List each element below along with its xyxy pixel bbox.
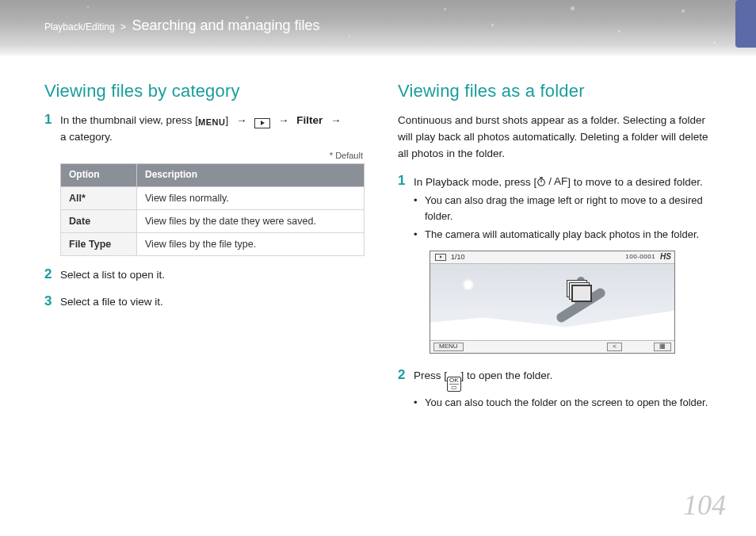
af-label: AF (554, 174, 567, 190)
step-body: In the thumbnail view, press [MENU] → → … (60, 113, 365, 256)
step-body: Select a list to open it. (60, 267, 365, 283)
page-header: Playback/Editing > Searching and managin… (0, 0, 756, 56)
sub-text: The camera will automatically play back … (425, 227, 699, 243)
step-number: 3 (44, 294, 60, 310)
breadcrumb-title: Searching and managing files (132, 17, 319, 33)
decoration-dot (87, 6, 89, 8)
sub-list: •You can also drag the image left or rig… (414, 193, 718, 243)
right-column: Viewing files as a folder Continuous and… (398, 81, 718, 422)
sub-item: •You can also touch the folder on the sc… (414, 395, 718, 411)
option-name: File Type (61, 233, 137, 256)
step-text: ] (225, 114, 231, 126)
screenshot-bottom-bar: MENU < ▦ (430, 340, 674, 353)
sun-graphic (462, 278, 475, 291)
step-text: ] to move to a desired folder. (567, 176, 702, 188)
page-number: 104 (683, 488, 726, 522)
sub-item: •You can also drag the image left or rig… (414, 193, 718, 224)
table-row: All* View files normally. (61, 186, 365, 209)
timer-af-icon: /AF (536, 174, 567, 190)
step-body: In Playback mode, press [ /AF ] to move … (414, 174, 718, 354)
step-1-left: 1 In the thumbnail view, press [MENU] → … (44, 113, 365, 256)
breadcrumb: Playback/Editing > Searching and managin… (44, 17, 756, 34)
section-heading-left: Viewing files by category (44, 81, 365, 101)
grid-soft-button: ▦ (654, 343, 671, 351)
step-text: ] to open the folder. (461, 369, 553, 381)
step-number: 1 (398, 174, 414, 354)
back-soft-button: < (607, 343, 622, 351)
options-table: Option Description All* View files norma… (60, 163, 365, 256)
sub-item: •The camera will automatically play back… (414, 227, 718, 243)
left-column: Viewing files by category 1 In the thumb… (44, 81, 365, 422)
slope-graphic (430, 308, 675, 340)
step-1-right: 1 In Playback mode, press [ /AF ] to mov… (398, 174, 718, 354)
decoration-dot (571, 6, 575, 10)
step-text: In Playback mode, press [ (414, 176, 536, 188)
table-row: Date View files by the date they were sa… (61, 209, 365, 232)
option-name: Date (61, 209, 137, 232)
arrow-icon: → (236, 114, 247, 126)
step-number: 2 (44, 267, 60, 283)
step-2-right: 2 Press [OK▭] to open the folder. •You c… (398, 368, 718, 411)
option-desc: View files normally. (137, 186, 365, 209)
table-header-option: Option (61, 164, 137, 186)
step-number: 1 (44, 113, 60, 256)
hs-badge: HS (660, 251, 671, 263)
arrow-icon: → (278, 114, 289, 126)
intro-paragraph: Continuous and burst shots appear as a f… (398, 113, 718, 163)
default-note: * Default (60, 150, 363, 163)
image-counter: 1/10 (451, 252, 465, 262)
menu-button-icon: MENU (198, 117, 225, 129)
breadcrumb-separator: > (120, 21, 126, 33)
sub-list: •You can also touch the folder on the sc… (414, 395, 718, 411)
camera-screenshot: 1/10 100-0001 HS MENU (430, 251, 675, 354)
decoration-dot (246, 16, 249, 19)
page-content: Viewing files by category 1 In the thumb… (0, 56, 756, 422)
screenshot-top-bar: 1/10 100-0001 HS (430, 251, 674, 264)
breadcrumb-section: Playback/Editing (44, 21, 115, 33)
sub-text: You can also drag the image left or righ… (425, 193, 718, 224)
step-body: Press [OK▭] to open the folder. •You can… (414, 368, 718, 411)
option-desc: View files by the date they were saved. (137, 209, 365, 232)
step-text: Press [ (414, 369, 447, 381)
decoration-dot (349, 36, 350, 37)
section-side-tab (735, 0, 756, 48)
option-desc: View files by the file type. (137, 233, 365, 256)
step-2-left: 2 Select a list to open it. (44, 267, 365, 283)
step-number: 2 (398, 368, 414, 411)
section-heading-right: Viewing files as a folder (398, 81, 718, 101)
file-number: 100-0001 (625, 252, 655, 262)
folder-stack-icon (571, 285, 592, 302)
step-3-left: 3 Select a file to view it. (44, 294, 365, 310)
step-text: a category. (60, 131, 113, 143)
decoration-dot (444, 8, 446, 10)
ok-button-icon: OK▭ (447, 377, 461, 392)
table-header-description: Description (137, 164, 365, 186)
playback-icon (254, 118, 270, 128)
menu-soft-button: MENU (433, 343, 464, 351)
decoration-dot (713, 41, 716, 44)
decoration-dot (491, 24, 494, 26)
arrow-icon: → (330, 114, 342, 126)
step-body: Select a file to view it. (60, 294, 365, 310)
decoration-dot (682, 10, 685, 13)
option-name: All* (61, 186, 137, 209)
filter-label: Filter (296, 114, 323, 126)
decoration-dot (618, 30, 620, 33)
step-text: In the thumbnail view, press [ (60, 114, 198, 126)
table-row: File Type View files by the file type. (61, 233, 365, 256)
playback-mode-icon (435, 254, 446, 261)
table-header-row: Option Description (61, 164, 365, 186)
sub-text: You can also touch the folder on the scr… (425, 395, 708, 411)
